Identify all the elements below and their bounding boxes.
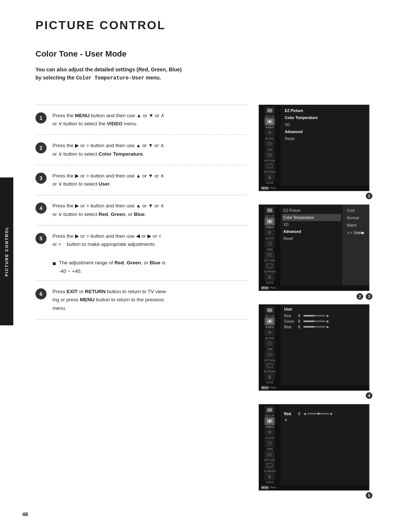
down-arrow: ▼ xyxy=(283,417,367,422)
step-1: 1 Press the MENU button and then use ▲ o… xyxy=(35,105,248,135)
screenshot-3-wrapper: SETUP VIDEO xyxy=(259,304,369,396)
menu-item-reset: Reset xyxy=(283,135,366,142)
icon-video: VIDEO xyxy=(259,118,280,129)
sub-user: ✓ User ▶ xyxy=(345,229,366,237)
icon-screen: SCREEN xyxy=(259,162,280,173)
screenshot-4-wrapper: SETUP VIDEO xyxy=(259,404,369,496)
step-2: 2 Press the ▶ or > button and then use ▲… xyxy=(35,135,248,165)
menu-icons-3: SETUP VIDEO xyxy=(259,305,280,385)
svg-rect-24 xyxy=(267,254,272,255)
step-3: 3 Press the ▶ or > button and then use ▲… xyxy=(35,165,248,195)
sub-cool: Cool xyxy=(345,207,366,214)
menu-item-ez-2: EZ Picture xyxy=(282,207,341,214)
sub-warm: Warm xyxy=(345,222,366,229)
svg-rect-37 xyxy=(267,353,272,354)
menu-item-xd: XD xyxy=(283,121,366,128)
svg-rect-52 xyxy=(267,454,272,455)
svg-rect-26 xyxy=(267,264,272,268)
screenshot-2-wrapper: SETUP VIDEO xyxy=(259,204,369,296)
svg-rect-39 xyxy=(267,356,272,356)
badge-5: 5 xyxy=(365,491,373,499)
icon-setup-2: SETUP xyxy=(259,206,280,217)
svg-rect-25 xyxy=(267,256,272,257)
badge-23: 2 3 xyxy=(356,292,373,301)
screenshot-4: SETUP VIDEO xyxy=(259,404,369,491)
menu-item-colortemp: Color Temperature xyxy=(283,114,366,121)
menu-icons-1: SETUP VIDEO xyxy=(259,105,280,186)
icon-screen-4: SCREEN xyxy=(259,461,280,472)
icon-option-2: OPTION xyxy=(259,251,280,262)
blue-row: Blue 0 ▶ xyxy=(283,324,367,330)
svg-rect-10 xyxy=(267,155,272,155)
svg-rect-51 xyxy=(267,453,272,454)
screen-bottom-4: MENU Prev. xyxy=(259,485,369,490)
icon-screen-3: SCREEN xyxy=(259,362,280,373)
icon-lock: LOCK xyxy=(259,173,280,184)
step-num-6: 6 xyxy=(35,288,47,299)
step-5: 5 Press the ▶ or > button and then use ◀… xyxy=(35,225,248,255)
screen-bottom-2: MENU Prev. xyxy=(259,285,369,291)
red-only-row: Red 0 ◀ ▶ xyxy=(283,411,367,417)
sidebar: PICTURE CONTROL xyxy=(0,177,13,325)
icon-time-3: TIME xyxy=(259,339,280,350)
step-4: 4 Press the ▶ or > button and then use ▲… xyxy=(35,195,248,225)
svg-rect-29 xyxy=(267,309,272,312)
svg-rect-15 xyxy=(267,209,272,212)
step-6: 6 Press EXIT or RETURN button to return … xyxy=(35,281,248,319)
step-num-1: 1 xyxy=(35,112,47,123)
icon-option-4: OPTION xyxy=(259,450,280,461)
icon-time-4: TIME xyxy=(259,439,280,450)
step-text-2: Press the ▶ or > button and then use ▲ o… xyxy=(52,142,248,158)
step-text-1: Press the MENU button and then use ▲ or … xyxy=(52,112,248,128)
svg-point-33 xyxy=(269,332,270,333)
screenshot-3: SETUP VIDEO xyxy=(259,304,369,391)
menu-item-advanced: Advanced xyxy=(283,128,366,135)
icon-screen-2: SCREEN xyxy=(259,262,280,273)
screen-bottom-3: MENU Prev. xyxy=(259,385,369,390)
screen-bottom-1: MENU Prev. xyxy=(259,186,369,191)
icon-time: TIME xyxy=(259,140,280,151)
red-row: Red 0 ▶ xyxy=(283,313,367,319)
svg-rect-55 xyxy=(269,476,271,478)
note-bullet: ■ xyxy=(52,259,56,268)
step-num-4: 4 xyxy=(35,203,47,214)
svg-rect-41 xyxy=(269,376,271,379)
svg-point-5 xyxy=(269,132,270,133)
svg-rect-11 xyxy=(267,156,272,157)
svg-rect-9 xyxy=(267,153,272,154)
menu-sub-2: Cool Normal Warm ✓ User ▶ xyxy=(342,205,369,285)
svg-rect-53 xyxy=(267,455,272,456)
screenshots-column: SETUP VIDEO xyxy=(259,105,377,504)
svg-point-47 xyxy=(269,431,270,433)
menu-content-2: EZ Picture Color Temperature XD Advanced… xyxy=(280,205,342,285)
step-num-5: 5 xyxy=(35,233,47,244)
step-num-3: 3 xyxy=(35,173,47,184)
step-text-5: Press the ▶ or > button and then use ◀ o… xyxy=(52,232,248,249)
menu-item-ezpicture: EZ Picture xyxy=(283,107,366,114)
sidebar-label: PICTURE CONTROL xyxy=(4,226,9,277)
svg-rect-54 xyxy=(267,464,272,467)
icon-setup: SETUP xyxy=(259,106,280,118)
screenshot-1: SETUP VIDEO xyxy=(259,105,369,191)
menu-content-1: EZ Picture Color Temperature XD Advanced… xyxy=(280,105,369,186)
menu-icons-4: SETUP VIDEO xyxy=(259,404,280,485)
icon-audio: AUDIO xyxy=(259,129,280,140)
green-row: Green 0 ▶ xyxy=(283,319,367,324)
svg-point-19 xyxy=(269,232,270,233)
icon-audio-4: AUDIO xyxy=(259,428,280,439)
icon-lock-2: LOCK xyxy=(259,273,280,284)
svg-rect-38 xyxy=(267,354,272,355)
svg-rect-1 xyxy=(267,109,272,112)
svg-rect-23 xyxy=(267,253,272,254)
icon-lock-4: LOCK xyxy=(259,472,280,484)
icon-option: OPTION xyxy=(259,151,280,162)
screenshot-1-wrapper: SETUP VIDEO xyxy=(259,105,369,196)
step-text-3: Press the ▶ or > button and then use ▲ o… xyxy=(52,172,248,189)
user-menu-content: User Red 0 ▶ xyxy=(280,305,369,385)
badge-4: 4 xyxy=(365,392,373,400)
svg-rect-12 xyxy=(267,164,272,168)
intro-text: You can also adjust the detailed setting… xyxy=(35,65,377,82)
page-number: 48 xyxy=(22,511,28,517)
screenshot-2: SETUP VIDEO xyxy=(259,204,369,291)
icon-option-3: OPTION xyxy=(259,350,280,362)
